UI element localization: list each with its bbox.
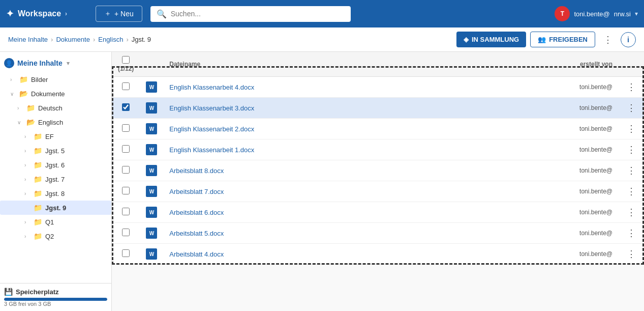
more-cell[interactable]: ⋮ — [619, 181, 644, 202]
sidebar-item-dokumente[interactable]: ∨ 📂 Dokumente — [0, 87, 111, 101]
sidebar-item-jgst5[interactable]: › 📁 Jgst. 5 — [0, 144, 111, 158]
table-row[interactable]: WArbeitsblatt 4.docxtoni.bente@⋮ — [112, 244, 644, 265]
checkbox-cell[interactable] — [112, 223, 140, 244]
table-row[interactable]: WEnglish Klassenarbeit 4.docxtoni.bente@… — [112, 77, 644, 98]
more-cell[interactable]: ⋮ — [619, 244, 644, 265]
more-options-button[interactable]: ⋮ — [625, 165, 638, 176]
more-cell[interactable]: ⋮ — [619, 202, 644, 223]
search-input[interactable] — [171, 10, 345, 18]
breadcrumb-dokumente[interactable]: Dokumente — [56, 36, 89, 43]
more-options-button[interactable]: ⋮ — [625, 207, 638, 218]
icon-header — [140, 52, 163, 77]
checkbox-cell[interactable] — [112, 202, 140, 223]
table-row[interactable]: WArbeitsblatt 6.docxtoni.bente@⋮ — [112, 202, 644, 223]
new-button[interactable]: ＋ + Neu — [96, 6, 142, 22]
more-options-button[interactable]: ⋮ — [625, 81, 638, 93]
creator-cell: toni.bente@ — [474, 160, 619, 181]
filename-cell[interactable]: Arbeitsblatt 8.docx — [163, 160, 474, 181]
search-icon: 🔍 — [157, 9, 167, 19]
sidebar-label: Deutsch — [38, 104, 63, 112]
info-button[interactable]: i — [621, 32, 636, 47]
sidebar-item-bilder[interactable]: › 📁 Bilder — [0, 72, 111, 87]
filename-cell[interactable]: English Klassenarbeit 1.docx — [163, 139, 474, 160]
row-checkbox[interactable] — [122, 208, 130, 215]
sidebar-item-jgst7[interactable]: › 📁 Jgst. 7 — [0, 172, 111, 186]
checkbox-cell[interactable] — [112, 139, 140, 160]
row-checkbox[interactable] — [122, 166, 130, 174]
sidebar-label: Q2 — [45, 233, 54, 240]
sidebar-item-q2[interactable]: › 📁 Q2 — [0, 229, 111, 243]
table-row[interactable]: WArbeitsblatt 5.docxtoni.bente@⋮ — [112, 223, 644, 244]
user-menu[interactable]: T toni.bente@ nrw.si ▾ — [555, 6, 638, 21]
row-checkbox[interactable] — [122, 249, 130, 257]
file-icon-cell: W — [140, 119, 163, 139]
search-bar[interactable]: 🔍 — [150, 6, 351, 22]
more-options-button[interactable]: ⋮ — [625, 228, 638, 239]
table-row[interactable]: WEnglish Klassenarbeit 2.docxtoni.bente@… — [112, 119, 644, 139]
breadcrumb-actions: ◈ IN SAMMLUNG 👥 FREIGEBEN ⋮ i — [456, 32, 636, 47]
checkbox-cell[interactable] — [112, 244, 140, 265]
breadcrumb-englisch[interactable]: Englisch — [98, 36, 123, 43]
filename-cell[interactable]: Arbeitsblatt 6.docx — [163, 202, 474, 223]
select-all-header[interactable]: (1/12) — [112, 52, 140, 77]
more-options-button[interactable]: ⋮ — [625, 102, 638, 114]
sammlung-label: IN SAMMLUNG — [472, 36, 519, 43]
table-row[interactable]: WEnglish Klassenarbeit 3.docxtoni.bente@… — [112, 98, 644, 119]
sidebar-scroll[interactable]: 👤 Meine Inhalte ▾ › 📁 Bilder ∨ 📂 Dokumen… — [0, 52, 111, 311]
more-actions-button[interactable]: ⋮ — [599, 32, 617, 47]
count-badge: (1/12) — [118, 65, 134, 72]
more-options-button[interactable]: ⋮ — [625, 123, 638, 134]
more-cell[interactable]: ⋮ — [619, 223, 644, 244]
chevron-right-icon: › — [24, 162, 30, 168]
more-options-button[interactable]: ⋮ — [625, 186, 638, 197]
sidebar-item-ef[interactable]: › 📁 EF — [0, 129, 111, 144]
sidebar-item-jgst9[interactable]: 📁 Jgst. 9 — [0, 201, 111, 215]
in-sammlung-button[interactable]: ◈ IN SAMMLUNG — [456, 32, 526, 47]
filename-cell[interactable]: Arbeitsblatt 5.docx — [163, 223, 474, 244]
chevron-right-icon: › — [10, 77, 16, 82]
sidebar-item-jgst6[interactable]: › 📁 Jgst. 6 — [0, 158, 111, 172]
sidebar-item-deutsch[interactable]: › 📁 Deutsch — [0, 101, 111, 115]
sidebar-header-meine-inhalte[interactable]: 👤 Meine Inhalte ▾ — [0, 52, 111, 72]
table-row[interactable]: WArbeitsblatt 8.docxtoni.bente@⋮ — [112, 160, 644, 181]
creator-cell: toni.bente@ — [474, 139, 619, 160]
content-area: (1/12) Dateiname erstellt von WEnglish K… — [112, 52, 644, 311]
folder-icon: 📁 — [34, 204, 42, 212]
more-cell[interactable]: ⋮ — [619, 98, 644, 119]
freigeben-button[interactable]: 👥 FREIGEBEN — [530, 32, 595, 47]
brand[interactable]: ✦ Workspace › — [6, 8, 87, 19]
filename-cell[interactable]: English Klassenarbeit 2.docx — [163, 119, 474, 139]
select-all-checkbox[interactable] — [122, 56, 130, 64]
word-icon: W — [146, 81, 157, 93]
row-checkbox[interactable] — [122, 124, 130, 132]
table-row[interactable]: WEnglish Klassenarbeit 1.docxtoni.bente@… — [112, 139, 644, 160]
row-checkbox[interactable] — [122, 103, 130, 111]
more-options-button[interactable]: ⋮ — [625, 144, 638, 155]
filename-cell[interactable]: English Klassenarbeit 3.docx — [163, 98, 474, 119]
sidebar-item-jgst8[interactable]: › 📁 Jgst. 8 — [0, 186, 111, 201]
checkbox-cell[interactable] — [112, 160, 140, 181]
more-cell[interactable]: ⋮ — [619, 160, 644, 181]
sidebar-header-label: Meine Inhalte — [17, 59, 63, 67]
checkbox-cell[interactable] — [112, 77, 140, 98]
checkbox-cell[interactable] — [112, 119, 140, 139]
more-cell[interactable]: ⋮ — [619, 139, 644, 160]
row-checkbox[interactable] — [122, 145, 130, 153]
row-checkbox[interactable] — [122, 82, 130, 90]
more-options-button[interactable]: ⋮ — [625, 248, 638, 260]
row-checkbox[interactable] — [122, 187, 130, 194]
table-wrapper[interactable]: (1/12) Dateiname erstellt von WEnglish K… — [112, 52, 644, 311]
more-cell[interactable]: ⋮ — [619, 77, 644, 98]
breadcrumb-meine-inhalte[interactable]: Meine Inhalte — [8, 36, 48, 43]
checkbox-cell[interactable] — [112, 181, 140, 202]
folder-icon: 📁 — [34, 161, 42, 169]
sidebar-item-englisch[interactable]: ∨ 📂 Englisch — [0, 115, 111, 129]
table-row[interactable]: WArbeitsblatt 7.docxtoni.bente@⋮ — [112, 181, 644, 202]
filename-cell[interactable]: English Klassenarbeit 4.docx — [163, 77, 474, 98]
sidebar-item-q1[interactable]: › 📁 Q1 — [0, 215, 111, 229]
checkbox-cell[interactable] — [112, 98, 140, 119]
row-checkbox[interactable] — [122, 229, 130, 236]
more-cell[interactable]: ⋮ — [619, 119, 644, 139]
filename-cell[interactable]: Arbeitsblatt 4.docx — [163, 244, 474, 265]
filename-cell[interactable]: Arbeitsblatt 7.docx — [163, 181, 474, 202]
